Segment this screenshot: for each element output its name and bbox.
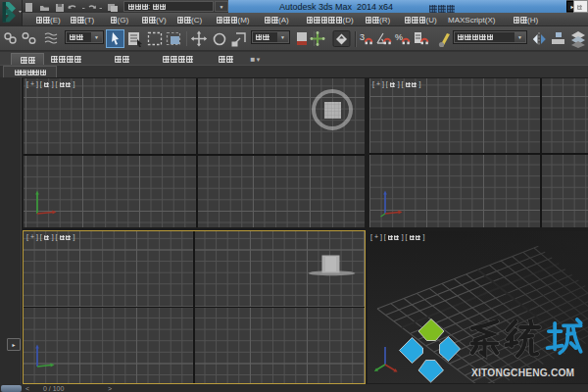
svg-text:%: % [395, 32, 403, 42]
svg-text:3: 3 [360, 32, 365, 42]
